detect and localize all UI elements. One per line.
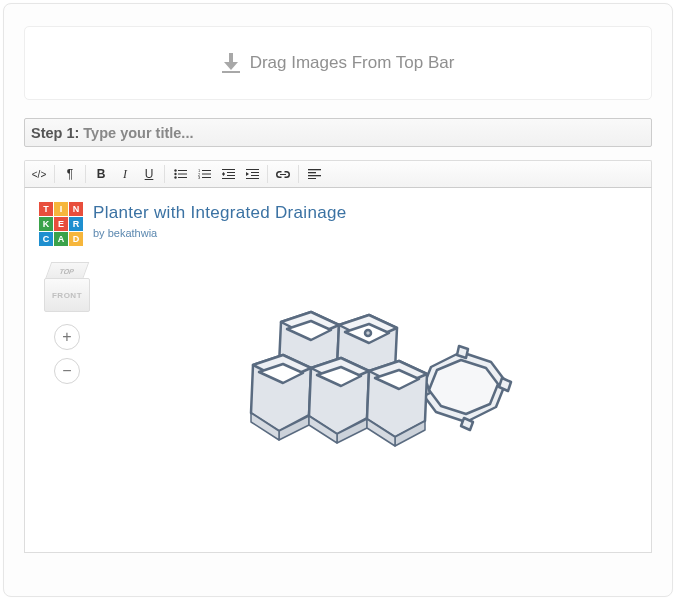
svg-rect-3 [178, 174, 187, 175]
svg-point-0 [174, 169, 176, 171]
code-button[interactable]: </> [27, 161, 51, 187]
viewer-controls: TOP FRONT + − [39, 262, 95, 384]
svg-point-2 [174, 173, 176, 175]
svg-rect-11 [202, 177, 211, 178]
align-left-button[interactable] [302, 161, 326, 187]
embed-title: Planter with Integrated Drainage [93, 203, 346, 223]
dropzone-label: Drag Images From Top Bar [250, 53, 455, 73]
indent-button[interactable] [240, 161, 264, 187]
svg-marker-29 [457, 346, 468, 358]
svg-rect-1 [178, 170, 187, 171]
svg-point-39 [365, 330, 371, 336]
ol-icon: 123 [198, 169, 211, 179]
step-title-input[interactable]: Step 1: Type your title... [24, 118, 652, 147]
embed-author[interactable]: by bekathwia [93, 227, 346, 239]
logo-cell: E [54, 217, 68, 231]
divider [54, 165, 55, 183]
align-left-icon [308, 169, 321, 179]
svg-rect-18 [246, 169, 259, 170]
svg-marker-14 [222, 174, 225, 176]
svg-point-4 [174, 176, 176, 178]
svg-rect-16 [227, 175, 235, 176]
model-canvas[interactable] [95, 262, 637, 492]
logo-cell: D [69, 232, 83, 246]
svg-marker-30 [499, 378, 511, 391]
paragraph-button[interactable]: ¶ [58, 161, 82, 187]
svg-rect-23 [308, 169, 321, 170]
svg-rect-7 [202, 170, 211, 171]
number-list-button[interactable]: 123 [192, 161, 216, 187]
step-prefix: Step 1: [31, 125, 79, 141]
bold-button[interactable]: B [89, 161, 113, 187]
ul-icon [174, 169, 187, 179]
embed-header: TINKERCAD Planter with Integrated Draina… [39, 202, 637, 246]
download-arrow-icon [222, 53, 240, 73]
editor-toolbar: </> ¶ B I U 123 [24, 160, 652, 188]
svg-rect-15 [227, 172, 235, 173]
svg-rect-17 [222, 178, 235, 179]
svg-rect-26 [308, 178, 316, 179]
zoom-in-button[interactable]: + [54, 324, 80, 350]
tinkercad-logo: TINKERCAD [39, 202, 83, 246]
editor-panel: Drag Images From Top Bar Step 1: Type yo… [3, 3, 673, 597]
svg-rect-12 [222, 169, 235, 170]
viewer: TOP FRONT + − [39, 262, 637, 492]
svg-rect-9 [202, 174, 211, 175]
underline-button[interactable]: U [137, 161, 161, 187]
svg-rect-22 [246, 178, 259, 179]
divider [298, 165, 299, 183]
svg-rect-25 [308, 175, 321, 176]
logo-cell: T [39, 202, 53, 216]
divider [85, 165, 86, 183]
outdent-icon [222, 169, 235, 179]
view-cube[interactable]: TOP FRONT [43, 262, 91, 316]
divider [267, 165, 268, 183]
tinkercad-embed: TINKERCAD Planter with Integrated Draina… [24, 188, 652, 553]
divider [164, 165, 165, 183]
indent-icon [246, 169, 259, 179]
svg-text:3: 3 [198, 175, 201, 179]
logo-cell: A [54, 232, 68, 246]
link-button[interactable] [271, 161, 295, 187]
logo-cell: N [69, 202, 83, 216]
zoom-out-button[interactable]: − [54, 358, 80, 384]
italic-button[interactable]: I [113, 161, 137, 187]
link-icon [276, 171, 290, 178]
svg-rect-24 [308, 172, 316, 173]
cube-front-face[interactable]: FRONT [44, 278, 90, 312]
svg-marker-13 [222, 172, 225, 174]
image-dropzone[interactable]: Drag Images From Top Bar [24, 26, 652, 100]
svg-rect-21 [251, 175, 259, 176]
logo-cell: C [39, 232, 53, 246]
bullet-list-button[interactable] [168, 161, 192, 187]
planter-model [181, 267, 551, 487]
title-placeholder: Type your title... [83, 125, 193, 141]
svg-rect-20 [251, 172, 259, 173]
logo-cell: K [39, 217, 53, 231]
svg-rect-5 [178, 177, 187, 178]
outdent-button[interactable] [216, 161, 240, 187]
logo-cell: R [69, 217, 83, 231]
logo-cell: I [54, 202, 68, 216]
svg-marker-19 [246, 172, 249, 176]
